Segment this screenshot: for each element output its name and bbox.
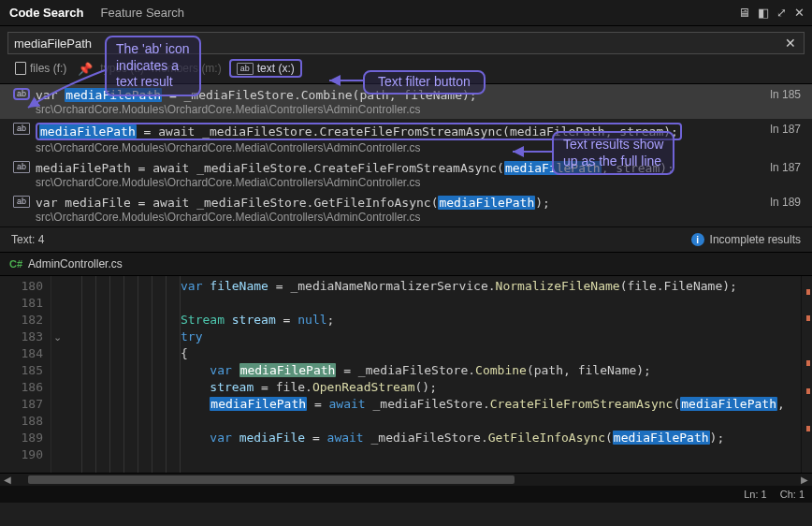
horizontal-scrollbar[interactable]: ◀ ▶ <box>0 473 812 486</box>
dock-monitor-icon[interactable]: 🖥 <box>738 6 750 20</box>
result-path: src\OrchardCore.Modules\OrchardCore.Medi… <box>36 141 682 154</box>
tab-feature-search[interactable]: Feature Search <box>98 4 186 22</box>
incomplete-results-text: Incomplete results <box>710 233 801 246</box>
result-path: src\OrchardCore.Modules\OrchardCore.Medi… <box>36 176 674 189</box>
indent-guides <box>68 276 181 473</box>
preview-file-tab[interactable]: C# AdminController.cs <box>0 252 812 276</box>
text-result-icon: ab <box>13 88 30 100</box>
text-result-icon: ab <box>13 123 30 135</box>
window-controls: 🖥 ◧ ⤢ ✕ <box>738 6 805 20</box>
preview-file-name: AdminController.cs <box>28 257 123 270</box>
tab-code-search[interactable]: Code Search <box>7 4 85 22</box>
fold-chevron-icon[interactable]: ⌄ <box>53 331 62 343</box>
overview-ruler[interactable] <box>801 276 812 473</box>
search-result[interactable]: ab mediaFilePath = await _mediaFileStore… <box>0 119 812 157</box>
fold-column: ⌄ <box>51 276 68 473</box>
search-mode-tabs: Code Search Feature Search <box>7 4 186 22</box>
search-result[interactable]: ab var mediaFile = await _mediaFileStore… <box>0 192 812 226</box>
search-results: ab var mediaFilePath = _mediaFileStore.C… <box>0 83 812 226</box>
code-preview: 180181182 183184185 186187188 189190 ⌄ v… <box>0 276 812 473</box>
scroll-thumb[interactable] <box>28 475 515 484</box>
pin-icon[interactable]: 📌 <box>78 62 93 76</box>
caret-line: Ln: 1 <box>744 489 766 500</box>
clear-search-icon[interactable]: ✕ <box>777 36 804 51</box>
filter-files[interactable]: files (f:) <box>11 61 70 76</box>
result-path: src\OrchardCore.Modules\OrchardCore.Medi… <box>36 103 477 116</box>
dock-layout-icon[interactable]: ◧ <box>758 6 769 20</box>
result-count: Text: 4 <box>11 233 44 246</box>
result-line: ln 189 <box>764 196 801 209</box>
line-gutter: 180181182 183184185 186187188 189190 <box>0 276 51 473</box>
result-line: ln 187 <box>764 161 801 174</box>
csharp-icon: C# <box>9 258 22 270</box>
result-path: src\OrchardCore.Modules\OrchardCore.Medi… <box>36 211 550 224</box>
status-bar: Ln: 1 Ch: 1 <box>0 486 812 503</box>
search-box[interactable]: ✕ <box>7 32 805 54</box>
info-icon: i <box>691 233 704 246</box>
search-input[interactable] <box>8 37 777 51</box>
filter-row: files (f:) 📌 types (t:) members (m:) ab … <box>0 59 812 83</box>
filter-members-label[interactable]: members (m:) <box>152 62 222 75</box>
text-result-icon: ab <box>13 161 30 173</box>
search-result[interactable]: ab var mediaFilePath = _mediaFileStore.C… <box>0 84 812 119</box>
filter-types-label[interactable]: types (t:) <box>100 62 144 75</box>
result-line: ln 187 <box>764 123 801 136</box>
filter-files-label: files (f:) <box>30 62 66 75</box>
result-code: mediaFilePath = await _mediaFileStore.Cr… <box>36 161 674 175</box>
caret-col: Ch: 1 <box>780 489 805 500</box>
result-line: ln 185 <box>764 88 801 101</box>
close-icon[interactable]: ✕ <box>794 6 805 20</box>
dock-open-icon[interactable]: ⤢ <box>776 6 787 20</box>
result-code: var mediaFile = await _mediaFileStore.Ge… <box>36 196 550 210</box>
result-code: var mediaFilePath = _mediaFileStore.Comb… <box>36 88 477 102</box>
code-body[interactable]: var fileName = _mediaNameNormalizerServi… <box>181 276 801 473</box>
result-code: mediaFilePath = await _mediaFileStore.Cr… <box>36 123 682 140</box>
file-icon <box>15 62 26 75</box>
ab-icon: ab <box>237 63 254 75</box>
filter-text-label: text (x:) <box>257 62 295 75</box>
filter-text-button[interactable]: ab text (x:) <box>229 59 302 78</box>
scroll-left-icon[interactable]: ◀ <box>0 475 15 485</box>
text-result-icon: ab <box>13 196 30 208</box>
results-status: Text: 4 i Incomplete results <box>0 226 812 252</box>
title-bar: Code Search Feature Search 🖥 ◧ ⤢ ✕ <box>0 0 812 26</box>
search-result[interactable]: ab mediaFilePath = await _mediaFileStore… <box>0 157 812 192</box>
scroll-right-icon[interactable]: ▶ <box>797 475 812 485</box>
